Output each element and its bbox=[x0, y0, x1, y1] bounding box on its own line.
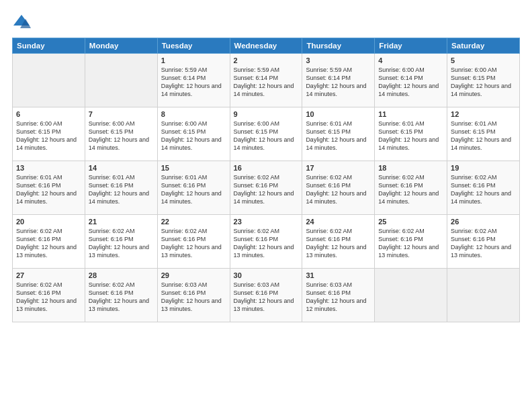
day-info: Sunrise: 6:00 AM Sunset: 6:14 PM Dayligh… bbox=[378, 66, 443, 99]
day-number: 14 bbox=[89, 164, 154, 172]
day-info: Sunrise: 6:02 AM Sunset: 6:16 PM Dayligh… bbox=[234, 227, 299, 260]
day-info: Sunrise: 6:02 AM Sunset: 6:16 PM Dayligh… bbox=[89, 227, 154, 260]
day-info: Sunrise: 6:03 AM Sunset: 6:16 PM Dayligh… bbox=[161, 281, 226, 314]
day-cell bbox=[13, 54, 85, 107]
day-cell: 3Sunrise: 5:59 AM Sunset: 6:14 PM Daylig… bbox=[302, 54, 375, 107]
col-header-tuesday: Tuesday bbox=[157, 38, 230, 54]
day-cell: 20Sunrise: 6:02 AM Sunset: 6:16 PM Dayli… bbox=[13, 215, 85, 269]
day-cell: 9Sunrise: 6:00 AM Sunset: 6:15 PM Daylig… bbox=[230, 107, 302, 161]
day-info: Sunrise: 6:02 AM Sunset: 6:16 PM Dayligh… bbox=[306, 173, 371, 206]
day-number: 5 bbox=[451, 56, 516, 64]
day-number: 11 bbox=[378, 110, 443, 118]
day-number: 20 bbox=[16, 218, 81, 226]
calendar-header-row: SundayMondayTuesdayWednesdayThursdayFrid… bbox=[13, 38, 520, 54]
day-number: 6 bbox=[16, 110, 81, 118]
day-cell bbox=[375, 269, 447, 322]
day-number: 1 bbox=[161, 56, 226, 64]
day-info: Sunrise: 6:00 AM Sunset: 6:15 PM Dayligh… bbox=[234, 120, 299, 152]
day-cell: 24Sunrise: 6:02 AM Sunset: 6:16 PM Dayli… bbox=[302, 215, 375, 269]
day-info: Sunrise: 6:02 AM Sunset: 6:16 PM Dayligh… bbox=[378, 227, 443, 260]
day-cell: 10Sunrise: 6:01 AM Sunset: 6:15 PM Dayli… bbox=[302, 107, 375, 161]
day-number: 2 bbox=[234, 56, 299, 64]
day-cell: 8Sunrise: 6:00 AM Sunset: 6:15 PM Daylig… bbox=[157, 107, 230, 161]
day-cell: 12Sunrise: 6:01 AM Sunset: 6:15 PM Dayli… bbox=[447, 107, 520, 161]
day-cell: 31Sunrise: 6:03 AM Sunset: 6:16 PM Dayli… bbox=[302, 269, 375, 322]
col-header-monday: Monday bbox=[85, 38, 157, 54]
day-info: Sunrise: 6:03 AM Sunset: 6:16 PM Dayligh… bbox=[234, 281, 299, 314]
col-header-wednesday: Wednesday bbox=[230, 38, 302, 54]
day-number: 13 bbox=[16, 164, 81, 172]
logo-icon bbox=[12, 12, 31, 31]
week-row-3: 20Sunrise: 6:02 AM Sunset: 6:16 PM Dayli… bbox=[13, 215, 520, 269]
day-number: 18 bbox=[378, 164, 443, 172]
day-cell: 6Sunrise: 6:00 AM Sunset: 6:15 PM Daylig… bbox=[13, 107, 85, 161]
header bbox=[12, 12, 520, 31]
day-cell bbox=[85, 54, 157, 107]
col-header-thursday: Thursday bbox=[302, 38, 375, 54]
day-info: Sunrise: 6:02 AM Sunset: 6:16 PM Dayligh… bbox=[16, 227, 81, 260]
calendar: SundayMondayTuesdayWednesdayThursdayFrid… bbox=[12, 38, 520, 322]
day-cell: 23Sunrise: 6:02 AM Sunset: 6:16 PM Dayli… bbox=[230, 215, 302, 269]
day-cell: 30Sunrise: 6:03 AM Sunset: 6:16 PM Dayli… bbox=[230, 269, 302, 322]
day-info: Sunrise: 6:02 AM Sunset: 6:16 PM Dayligh… bbox=[234, 173, 299, 206]
day-info: Sunrise: 6:00 AM Sunset: 6:15 PM Dayligh… bbox=[89, 120, 154, 152]
col-header-saturday: Saturday bbox=[447, 38, 520, 54]
day-cell: 28Sunrise: 6:02 AM Sunset: 6:16 PM Dayli… bbox=[85, 269, 157, 322]
day-info: Sunrise: 6:03 AM Sunset: 6:16 PM Dayligh… bbox=[306, 281, 371, 314]
day-cell: 1Sunrise: 5:59 AM Sunset: 6:14 PM Daylig… bbox=[157, 54, 230, 107]
col-header-sunday: Sunday bbox=[13, 38, 85, 54]
day-number: 4 bbox=[378, 56, 443, 64]
day-cell: 21Sunrise: 6:02 AM Sunset: 6:16 PM Dayli… bbox=[85, 215, 157, 269]
week-row-2: 13Sunrise: 6:01 AM Sunset: 6:16 PM Dayli… bbox=[13, 161, 520, 215]
day-number: 25 bbox=[378, 218, 443, 226]
day-info: Sunrise: 6:02 AM Sunset: 6:16 PM Dayligh… bbox=[161, 227, 226, 260]
day-number: 8 bbox=[161, 110, 226, 118]
day-cell: 17Sunrise: 6:02 AM Sunset: 6:16 PM Dayli… bbox=[302, 161, 375, 215]
day-number: 31 bbox=[306, 271, 371, 279]
day-info: Sunrise: 6:01 AM Sunset: 6:15 PM Dayligh… bbox=[306, 120, 371, 152]
week-row-0: 1Sunrise: 5:59 AM Sunset: 6:14 PM Daylig… bbox=[13, 54, 520, 107]
day-info: Sunrise: 6:00 AM Sunset: 6:15 PM Dayligh… bbox=[161, 120, 226, 152]
day-cell: 29Sunrise: 6:03 AM Sunset: 6:16 PM Dayli… bbox=[157, 269, 230, 322]
day-cell: 14Sunrise: 6:01 AM Sunset: 6:16 PM Dayli… bbox=[85, 161, 157, 215]
day-number: 24 bbox=[306, 218, 371, 226]
day-info: Sunrise: 6:02 AM Sunset: 6:16 PM Dayligh… bbox=[89, 281, 154, 314]
day-number: 22 bbox=[161, 218, 226, 226]
day-info: Sunrise: 5:59 AM Sunset: 6:14 PM Dayligh… bbox=[306, 66, 371, 99]
day-info: Sunrise: 6:02 AM Sunset: 6:16 PM Dayligh… bbox=[378, 173, 443, 206]
day-info: Sunrise: 6:02 AM Sunset: 6:16 PM Dayligh… bbox=[306, 227, 371, 260]
day-number: 29 bbox=[161, 271, 226, 279]
day-info: Sunrise: 6:01 AM Sunset: 6:16 PM Dayligh… bbox=[161, 173, 226, 206]
day-cell: 22Sunrise: 6:02 AM Sunset: 6:16 PM Dayli… bbox=[157, 215, 230, 269]
day-number: 19 bbox=[451, 164, 516, 172]
day-number: 26 bbox=[451, 218, 516, 226]
page: SundayMondayTuesdayWednesdayThursdayFrid… bbox=[0, 0, 532, 411]
week-row-4: 27Sunrise: 6:02 AM Sunset: 6:16 PM Dayli… bbox=[13, 269, 520, 322]
day-cell: 7Sunrise: 6:00 AM Sunset: 6:15 PM Daylig… bbox=[85, 107, 157, 161]
day-info: Sunrise: 6:01 AM Sunset: 6:15 PM Dayligh… bbox=[451, 120, 516, 152]
day-cell: 11Sunrise: 6:01 AM Sunset: 6:15 PM Dayli… bbox=[375, 107, 447, 161]
day-cell: 26Sunrise: 6:02 AM Sunset: 6:16 PM Dayli… bbox=[447, 215, 520, 269]
day-number: 12 bbox=[451, 110, 516, 118]
day-number: 17 bbox=[306, 164, 371, 172]
day-cell: 4Sunrise: 6:00 AM Sunset: 6:14 PM Daylig… bbox=[375, 54, 447, 107]
day-number: 23 bbox=[234, 218, 299, 226]
day-info: Sunrise: 6:01 AM Sunset: 6:15 PM Dayligh… bbox=[378, 120, 443, 152]
day-cell: 13Sunrise: 6:01 AM Sunset: 6:16 PM Dayli… bbox=[13, 161, 85, 215]
day-number: 7 bbox=[89, 110, 154, 118]
day-cell: 27Sunrise: 6:02 AM Sunset: 6:16 PM Dayli… bbox=[13, 269, 85, 322]
day-info: Sunrise: 6:00 AM Sunset: 6:15 PM Dayligh… bbox=[16, 120, 81, 152]
day-number: 21 bbox=[89, 218, 154, 226]
day-info: Sunrise: 6:01 AM Sunset: 6:16 PM Dayligh… bbox=[89, 173, 154, 206]
day-number: 28 bbox=[89, 271, 154, 279]
week-row-1: 6Sunrise: 6:00 AM Sunset: 6:15 PM Daylig… bbox=[13, 107, 520, 161]
day-cell: 18Sunrise: 6:02 AM Sunset: 6:16 PM Dayli… bbox=[375, 161, 447, 215]
day-cell: 25Sunrise: 6:02 AM Sunset: 6:16 PM Dayli… bbox=[375, 215, 447, 269]
day-number: 16 bbox=[234, 164, 299, 172]
day-cell: 15Sunrise: 6:01 AM Sunset: 6:16 PM Dayli… bbox=[157, 161, 230, 215]
day-info: Sunrise: 6:02 AM Sunset: 6:16 PM Dayligh… bbox=[451, 227, 516, 260]
day-info: Sunrise: 6:00 AM Sunset: 6:15 PM Dayligh… bbox=[451, 66, 516, 99]
col-header-friday: Friday bbox=[375, 38, 447, 54]
day-info: Sunrise: 5:59 AM Sunset: 6:14 PM Dayligh… bbox=[234, 66, 299, 99]
day-number: 9 bbox=[234, 110, 299, 118]
